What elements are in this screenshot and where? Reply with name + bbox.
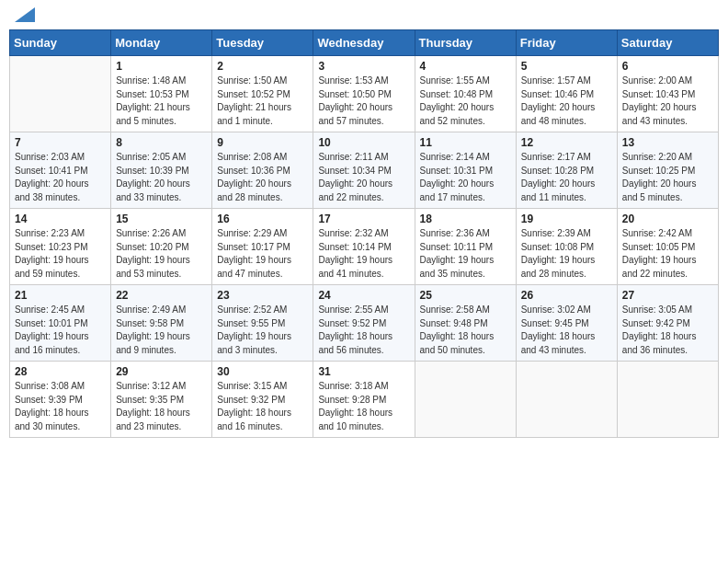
calendar-cell: 7Sunrise: 2:03 AMSunset: 10:41 PMDayligh… [10,132,111,209]
sun-info: Sunrise: 3:15 AMSunset: 9:32 PMDaylight:… [217,380,308,433]
day-number: 1 [116,60,207,73]
sun-info: Sunrise: 1:53 AMSunset: 10:50 PMDaylight… [318,75,409,128]
calendar-cell: 31Sunrise: 3:18 AMSunset: 9:28 PMDayligh… [313,362,415,438]
page-header [9,9,719,22]
day-number: 25 [420,289,511,302]
day-number: 17 [318,213,409,225]
calendar-cell: 19Sunrise: 2:39 AMSunset: 10:08 PMDaylig… [516,209,617,285]
day-number: 26 [521,289,612,302]
calendar-week-row: 21Sunrise: 2:45 AMSunset: 10:01 PMDaylig… [10,285,719,362]
calendar-cell: 16Sunrise: 2:29 AMSunset: 10:17 PMDaylig… [212,209,313,285]
day-number: 13 [622,136,713,149]
calendar-cell: 26Sunrise: 3:02 AMSunset: 9:45 PMDayligh… [516,285,617,362]
calendar-cell: 18Sunrise: 2:36 AMSunset: 10:11 PMDaylig… [415,209,516,285]
calendar-cell [516,362,617,438]
calendar-cell: 13Sunrise: 2:20 AMSunset: 10:25 PMDaylig… [617,132,718,209]
calendar-cell: 1Sunrise: 1:48 AMSunset: 10:53 PMDayligh… [111,56,212,132]
day-number: 6 [622,60,713,73]
sun-info: Sunrise: 3:12 AMSunset: 9:35 PMDaylight:… [116,380,207,433]
calendar-header-row: SundayMondayTuesdayWednesdayThursdayFrid… [10,30,719,56]
calendar-cell [617,362,718,438]
calendar-cell: 22Sunrise: 2:49 AMSunset: 9:58 PMDayligh… [111,285,212,362]
calendar-cell: 14Sunrise: 2:23 AMSunset: 10:23 PMDaylig… [10,209,111,285]
calendar-week-row: 7Sunrise: 2:03 AMSunset: 10:41 PMDayligh… [10,132,719,209]
sun-info: Sunrise: 2:08 AMSunset: 10:36 PMDaylight… [217,151,308,204]
sun-info: Sunrise: 2:17 AMSunset: 10:28 PMDaylight… [521,151,612,204]
calendar-cell: 20Sunrise: 2:42 AMSunset: 10:05 PMDaylig… [617,209,718,285]
calendar-cell: 5Sunrise: 1:57 AMSunset: 10:46 PMDayligh… [516,56,617,132]
sun-info: Sunrise: 2:23 AMSunset: 10:23 PMDaylight… [15,227,106,281]
calendar-cell: 8Sunrise: 2:05 AMSunset: 10:39 PMDayligh… [111,132,212,209]
day-number: 21 [15,289,106,302]
day-number: 14 [15,213,106,225]
sun-info: Sunrise: 2:36 AMSunset: 10:11 PMDaylight… [420,227,511,281]
sun-info: Sunrise: 1:48 AMSunset: 10:53 PMDaylight… [116,75,207,128]
day-number: 31 [318,365,409,378]
day-number: 7 [15,136,106,149]
logo-icon [15,7,35,22]
calendar-cell: 27Sunrise: 3:05 AMSunset: 9:42 PMDayligh… [617,285,718,362]
svg-marker-0 [15,7,35,22]
calendar-cell: 21Sunrise: 2:45 AMSunset: 10:01 PMDaylig… [10,285,111,362]
calendar-cell: 30Sunrise: 3:15 AMSunset: 9:32 PMDayligh… [212,362,313,438]
day-number: 9 [217,136,308,149]
day-number: 24 [318,289,409,302]
calendar-week-row: 28Sunrise: 3:08 AMSunset: 9:39 PMDayligh… [10,362,719,438]
calendar-cell: 11Sunrise: 2:14 AMSunset: 10:31 PMDaylig… [415,132,516,209]
day-number: 18 [420,213,511,225]
day-number: 4 [420,60,511,73]
day-number: 15 [116,213,207,225]
calendar-cell: 17Sunrise: 2:32 AMSunset: 10:14 PMDaylig… [313,209,415,285]
day-number: 23 [217,289,308,302]
weekday-header: Friday [516,30,617,56]
calendar-cell: 3Sunrise: 1:53 AMSunset: 10:50 PMDayligh… [313,56,415,132]
day-number: 5 [521,60,612,73]
calendar-cell: 4Sunrise: 1:55 AMSunset: 10:48 PMDayligh… [415,56,516,132]
sun-info: Sunrise: 2:14 AMSunset: 10:31 PMDaylight… [420,151,511,204]
sun-info: Sunrise: 2:49 AMSunset: 9:58 PMDaylight:… [116,304,207,357]
day-number: 12 [521,136,612,149]
day-number: 29 [116,365,207,378]
logo [13,9,35,22]
sun-info: Sunrise: 1:55 AMSunset: 10:48 PMDaylight… [420,75,511,128]
calendar-cell [10,56,111,132]
sun-info: Sunrise: 2:32 AMSunset: 10:14 PMDaylight… [318,227,409,281]
calendar-week-row: 14Sunrise: 2:23 AMSunset: 10:23 PMDaylig… [10,209,719,285]
sun-info: Sunrise: 2:29 AMSunset: 10:17 PMDaylight… [217,227,308,281]
calendar-cell: 15Sunrise: 2:26 AMSunset: 10:20 PMDaylig… [111,209,212,285]
sun-info: Sunrise: 2:20 AMSunset: 10:25 PMDaylight… [622,151,713,204]
weekday-header: Monday [111,30,212,56]
sun-info: Sunrise: 3:02 AMSunset: 9:45 PMDaylight:… [521,304,612,357]
calendar-cell: 23Sunrise: 2:52 AMSunset: 9:55 PMDayligh… [212,285,313,362]
sun-info: Sunrise: 3:08 AMSunset: 9:39 PMDaylight:… [15,380,106,433]
sun-info: Sunrise: 2:00 AMSunset: 10:43 PMDaylight… [622,75,713,128]
day-number: 3 [318,60,409,73]
day-number: 22 [116,289,207,302]
sun-info: Sunrise: 1:57 AMSunset: 10:46 PMDaylight… [521,75,612,128]
day-number: 2 [217,60,308,73]
sun-info: Sunrise: 2:45 AMSunset: 10:01 PMDaylight… [15,304,106,357]
calendar-cell: 10Sunrise: 2:11 AMSunset: 10:34 PMDaylig… [313,132,415,209]
calendar-week-row: 1Sunrise: 1:48 AMSunset: 10:53 PMDayligh… [10,56,719,132]
day-number: 27 [622,289,713,302]
calendar-cell: 12Sunrise: 2:17 AMSunset: 10:28 PMDaylig… [516,132,617,209]
sun-info: Sunrise: 2:11 AMSunset: 10:34 PMDaylight… [318,151,409,204]
sun-info: Sunrise: 2:26 AMSunset: 10:20 PMDaylight… [116,227,207,281]
day-number: 16 [217,213,308,225]
day-number: 11 [420,136,511,149]
calendar-cell: 24Sunrise: 2:55 AMSunset: 9:52 PMDayligh… [313,285,415,362]
weekday-header: Tuesday [212,30,313,56]
weekday-header: Thursday [415,30,516,56]
calendar-cell: 2Sunrise: 1:50 AMSunset: 10:52 PMDayligh… [212,56,313,132]
weekday-header: Wednesday [313,30,415,56]
weekday-header: Saturday [617,30,718,56]
calendar-cell [415,362,516,438]
sun-info: Sunrise: 3:18 AMSunset: 9:28 PMDaylight:… [318,380,409,433]
sun-info: Sunrise: 3:05 AMSunset: 9:42 PMDaylight:… [622,304,713,357]
day-number: 28 [15,365,106,378]
calendar-cell: 9Sunrise: 2:08 AMSunset: 10:36 PMDayligh… [212,132,313,209]
day-number: 19 [521,213,612,225]
sun-info: Sunrise: 2:42 AMSunset: 10:05 PMDaylight… [622,227,713,281]
calendar-cell: 29Sunrise: 3:12 AMSunset: 9:35 PMDayligh… [111,362,212,438]
day-number: 8 [116,136,207,149]
